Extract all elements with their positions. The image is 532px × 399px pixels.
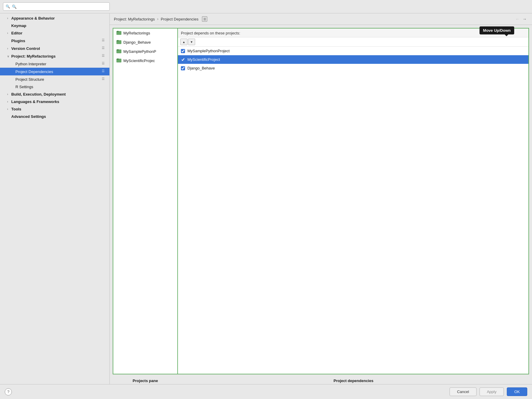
sidebar-item-python-interpreter[interactable]: Python Interpreter ☰ <box>0 60 109 68</box>
sidebar-item-tools[interactable]: › Tools <box>0 105 109 113</box>
settings-icon: ☰ <box>102 61 106 66</box>
settings-icon: ☰ <box>102 54 106 58</box>
dep-label: Django_Behave <box>187 66 215 70</box>
cancel-button[interactable]: Cancel <box>450 387 476 396</box>
search-input[interactable] <box>12 4 107 9</box>
sidebar-item-version-control[interactable]: › Version Control ☰ <box>0 45 109 52</box>
sidebar-item-label: Version Control <box>11 46 101 51</box>
footer: ? Cancel Apply OK <box>0 384 532 399</box>
project-icon <box>116 30 122 36</box>
sidebar-item-label: Advanced Settings <box>11 114 106 119</box>
project-item-myscientific[interactable]: MyScientificProjec <box>113 56 177 65</box>
dep-checkbox-mysamplepython[interactable] <box>181 49 185 53</box>
project-label: MyScientificProjec <box>123 58 155 63</box>
main-content: › Appearance & Behavior Keymap › Editor … <box>0 13 532 384</box>
dependencies-pane: Project depends on these projects: ▲ ▼ M… <box>178 28 529 374</box>
sidebar-item-label: Project Dependencies <box>15 69 101 74</box>
content-area: MyRefactorings Django_Behave <box>110 25 532 377</box>
apply-button[interactable]: Apply <box>480 387 504 396</box>
search-input-wrap[interactable]: 🔍 <box>3 2 110 11</box>
move-up-button[interactable]: ▲ <box>180 39 187 45</box>
svg-rect-11 <box>117 58 119 59</box>
sidebar-item-label: Tools <box>11 107 106 111</box>
projects-pane-label: Projects pane <box>113 377 178 384</box>
help-button[interactable]: ? <box>5 388 12 395</box>
sidebar-item-project-myrefactorings[interactable]: ∨ Project: MyRefactorings ☰ <box>0 52 109 60</box>
breadcrumb-header: Project: MyRefactorings › Project Depend… <box>110 13 532 25</box>
arrow-icon: › <box>7 100 11 103</box>
sidebar: › Appearance & Behavior Keymap › Editor … <box>0 13 110 384</box>
projects-pane: MyRefactorings Django_Behave <box>113 28 178 374</box>
sidebar-item-appearance[interactable]: › Appearance & Behavior <box>0 15 109 22</box>
dep-checkbox-myscientific[interactable] <box>181 58 185 62</box>
project-label: MySamplePythonP <box>123 49 156 54</box>
nav-forward-button[interactable]: → <box>521 16 528 22</box>
dep-item-myscientific[interactable]: MyScientificProject <box>178 55 528 64</box>
arrow-icon: › <box>7 107 11 111</box>
ok-button[interactable]: OK <box>507 387 527 396</box>
sidebar-item-label: Project Structure <box>15 77 101 82</box>
arrow-icon: › <box>7 47 11 50</box>
sidebar-item-label: Project: MyRefactorings <box>11 54 101 58</box>
dep-label: MyScientificProject <box>187 57 220 62</box>
settings-icon: ☰ <box>102 77 106 82</box>
sidebar-item-label: Build, Execution, Deployment <box>11 92 106 96</box>
sidebar-item-r-settings[interactable]: R Settings <box>0 83 109 91</box>
search-icon: 🔍 <box>6 4 10 9</box>
settings-icon: ☰ <box>102 46 106 51</box>
tooltip-move-updown: Move Up/Down <box>480 26 514 34</box>
breadcrumb-settings-icon[interactable]: ☰ <box>202 16 207 22</box>
sidebar-item-label: R Settings <box>15 85 106 89</box>
arrow-icon: › <box>7 31 11 35</box>
dependencies-pane-label: Project dependencies <box>178 377 529 384</box>
bottom-labels: Projects pane Project dependencies <box>110 377 532 384</box>
project-label: MyRefactorings <box>123 31 150 35</box>
dep-item-mysamplepython[interactable]: MySamplePythonProject <box>178 47 528 55</box>
arrow-icon: › <box>7 17 11 20</box>
sidebar-item-label: Keymap <box>11 23 106 28</box>
project-item-myrefactorings[interactable]: MyRefactorings <box>113 28 177 38</box>
project-icon <box>116 39 122 45</box>
svg-rect-5 <box>117 40 119 41</box>
breadcrumb-separator: › <box>157 17 158 21</box>
dep-list: MySamplePythonProject MyScientificProjec… <box>178 47 528 374</box>
svg-rect-8 <box>117 49 119 50</box>
sidebar-item-project-structure[interactable]: Project Structure ☰ <box>0 75 109 83</box>
dep-label: MySamplePythonProject <box>187 49 230 53</box>
breadcrumb-project: Project: MyRefactorings <box>114 17 155 21</box>
sidebar-item-label: Appearance & Behavior <box>11 16 106 20</box>
project-icon <box>116 49 122 54</box>
sidebar-item-label: Python Interpreter <box>15 62 101 66</box>
sidebar-item-label: Languages & Frameworks <box>11 99 106 104</box>
search-bar: 🔍 <box>0 0 532 13</box>
right-panel: Project: MyRefactorings › Project Depend… <box>110 13 532 384</box>
sidebar-item-build-execution[interactable]: › Build, Execution, Deployment <box>0 91 109 98</box>
settings-icon: ☰ <box>102 69 106 74</box>
settings-dialog: 🔍 › Appearance & Behavior Keymap › Edito… <box>0 0 532 399</box>
arrow-icon: › <box>7 93 11 96</box>
project-icon <box>116 58 122 64</box>
sidebar-item-label: Editor <box>11 31 106 35</box>
move-buttons: ▲ ▼ <box>178 37 528 47</box>
project-label: Django_Behave <box>123 40 151 45</box>
sidebar-item-advanced-settings[interactable]: Advanced Settings <box>0 113 109 120</box>
sidebar-item-languages-frameworks[interactable]: › Languages & Frameworks <box>0 98 109 105</box>
arrow-icon: ∨ <box>7 55 11 58</box>
sidebar-item-keymap[interactable]: Keymap <box>0 22 109 29</box>
project-item-django-behave[interactable]: Django_Behave <box>113 38 177 47</box>
sidebar-item-plugins[interactable]: Plugins ☰ <box>0 37 109 45</box>
nav-back-button[interactable]: ← <box>514 16 521 22</box>
sidebar-item-editor[interactable]: › Editor <box>0 29 109 37</box>
dep-checkbox-django-behave[interactable] <box>181 66 185 70</box>
settings-icon: ☰ <box>102 38 106 43</box>
sidebar-item-label: Plugins <box>11 39 101 43</box>
move-down-button[interactable]: ▼ <box>188 39 195 45</box>
nav-buttons: ← → <box>514 16 528 22</box>
svg-rect-2 <box>117 31 119 31</box>
sidebar-item-project-dependencies[interactable]: Project Dependencies ☰ <box>0 68 109 75</box>
project-item-mysamplepython[interactable]: MySamplePythonP <box>113 47 177 56</box>
breadcrumb-current: Project Dependencies <box>161 17 198 21</box>
dep-item-django-behave[interactable]: Django_Behave <box>178 64 528 72</box>
dependencies-header: Project depends on these projects: <box>178 28 528 37</box>
